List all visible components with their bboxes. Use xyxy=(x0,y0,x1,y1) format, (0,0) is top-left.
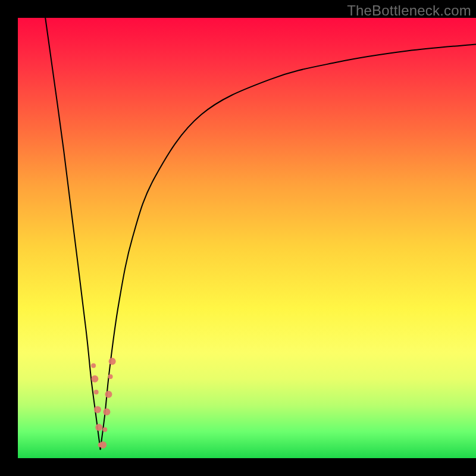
marker-dot xyxy=(98,443,103,447)
series-left-branch xyxy=(45,18,100,449)
marker-dot xyxy=(91,364,96,368)
plot-area xyxy=(18,18,476,458)
chart-frame: TheBottleneck.com xyxy=(0,0,476,476)
marker-dot xyxy=(103,408,110,415)
markers-group xyxy=(91,358,116,449)
marker-dot xyxy=(102,427,107,432)
series-right-branch xyxy=(101,44,476,449)
marker-dot xyxy=(94,406,101,414)
marker-dot xyxy=(95,424,102,431)
marker-dot xyxy=(99,441,107,449)
marker-dot xyxy=(91,375,98,383)
marker-dot xyxy=(105,391,112,398)
marker-dot xyxy=(108,374,113,379)
marker-dot xyxy=(94,390,99,394)
chart-svg xyxy=(18,18,476,458)
marker-dot xyxy=(109,358,116,365)
series-group xyxy=(45,18,476,449)
watermark-text: TheBottleneck.com xyxy=(347,2,471,19)
